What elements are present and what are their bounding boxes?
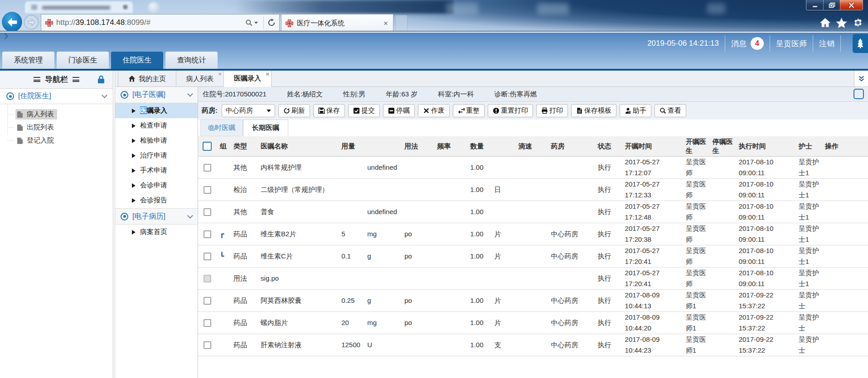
toolbar-button[interactable]: 保存 [313, 104, 345, 117]
document-tab[interactable]: 病人列表 × [176, 71, 224, 87]
frequency-cell [433, 223, 466, 245]
row-checkbox[interactable] [204, 297, 211, 305]
exec-time-cell: 2017-09-22 15:37:22 [735, 311, 795, 334]
usage-cell [401, 267, 433, 289]
toolbar-button[interactable]: 重置打印 [488, 104, 533, 117]
home-icon[interactable] [819, 17, 831, 29]
search-icon[interactable] [245, 19, 253, 27]
menu-item[interactable]: 医嘱录入 [115, 103, 198, 118]
browser-tab[interactable]: 医疗一体化系统 × [281, 14, 393, 32]
row-checkbox[interactable] [204, 164, 211, 172]
menu-item[interactable]: 会诊申请 [115, 178, 198, 193]
order-row: 检治 二级护理（常规护理） 1.00 日 [198, 178, 868, 201]
order-type-tab[interactable]: 长期医嘱 [243, 120, 288, 136]
document-tab[interactable]: 我的主页 [118, 71, 176, 87]
notification-tree-button[interactable] [853, 34, 868, 53]
start-doctor-cell: 呈贡医师 [682, 156, 709, 178]
start-doctor-cell: 呈贡医师 [682, 245, 709, 267]
sidebar-tree-item[interactable]: 出院列表 [0, 121, 113, 134]
row-checkbox[interactable] [204, 253, 211, 260]
start-time-cell: 2017-05-27 17:20:41 [621, 267, 682, 289]
toolbar-button[interactable]: 刷新 [278, 104, 310, 117]
main-nav-tab[interactable]: 住院医生 [111, 52, 163, 69]
row-checkbox[interactable] [204, 341, 211, 349]
menu-item[interactable]: 会诊报告 [115, 193, 198, 208]
nurse-cell: 呈贡护士 [795, 334, 821, 356]
triangle-right-icon [132, 183, 136, 188]
pharmacy-select[interactable]: 中心药房 [222, 104, 275, 117]
address-dropdown-icon[interactable] [254, 22, 258, 24]
toolbar-button[interactable]: 查看 [655, 104, 686, 117]
patient-bar-checkbox[interactable] [853, 89, 864, 99]
toolbar-button[interactable]: 提交 [348, 104, 380, 117]
toolbar-button-icon [283, 107, 290, 114]
restore-button[interactable] [823, 0, 840, 10]
quantity-unit-cell: 片 [490, 289, 514, 311]
toolbar-button[interactable]: 打印 [536, 104, 568, 117]
column-header: 用法 [401, 136, 433, 156]
forward-button[interactable] [24, 15, 39, 29]
menu-section-label: [电子病历] [132, 212, 188, 221]
menu-item[interactable]: 手术申请 [115, 163, 198, 178]
menu-item[interactable]: 治疗申请 [115, 148, 198, 163]
row-checkbox[interactable] [204, 275, 211, 282]
toolbar-button[interactable]: 助手 [620, 104, 651, 117]
header-separator [770, 35, 770, 52]
current-user[interactable]: 呈贡医师 [776, 38, 807, 49]
row-checkbox[interactable] [204, 230, 211, 238]
sidebar-tree-item[interactable]: 登记入院 [0, 134, 113, 147]
toolbar-button[interactable]: 停嘱 [383, 104, 415, 117]
order-name-cell: 阿莫西林胶囊 [257, 289, 338, 311]
menu-item[interactable]: 检查申请 [115, 118, 198, 133]
tab-overflow-button[interactable] [854, 71, 868, 87]
url-text[interactable]: http://39.108.174.48:8099/# [56, 18, 245, 27]
main-nav-tab[interactable]: 查询统计 [165, 52, 218, 69]
address-bar[interactable]: http://39.108.174.48:8099/# [41, 14, 280, 31]
order-row: 其他 普食 undefined 1.00 [198, 201, 868, 223]
menu-icon [34, 77, 40, 82]
nurse-cell: 呈贡护士1 [795, 223, 821, 245]
column-header: 组 [216, 136, 230, 156]
logout-link[interactable]: 注销 [819, 38, 834, 49]
settings-gear-icon[interactable] [852, 17, 864, 29]
app-body: 导航栏 [住院医生] 病人列表 [0, 71, 868, 378]
menu-section[interactable]: [电子医嘱] [115, 87, 198, 103]
drip-rate-cell [514, 178, 547, 201]
close-button[interactable] [840, 0, 863, 10]
row-checkbox[interactable] [204, 319, 211, 327]
minimize-button[interactable] [806, 0, 823, 10]
tab-close-icon[interactable]: × [218, 71, 222, 77]
column-header [364, 136, 401, 156]
favorites-star-icon[interactable] [835, 17, 848, 29]
document-tab[interactable]: 医嘱录入 × [224, 71, 272, 87]
patient-info-bar: 住院号:20170500021姓名:杨绍文性别:男年龄:63 岁科室:内一科诊断… [198, 87, 868, 102]
new-tab-button[interactable] [395, 15, 407, 32]
refresh-page-icon[interactable] [267, 19, 276, 27]
sidebar-section[interactable]: [住院医生] [0, 89, 113, 104]
main-nav-tab[interactable]: 门诊医生 [57, 52, 109, 69]
column-header: 药房 [547, 136, 594, 156]
lock-icon[interactable] [97, 75, 105, 84]
menu-section[interactable]: [电子病历] [115, 208, 198, 225]
sidebar-title: 导航栏 [45, 74, 68, 85]
row-checkbox[interactable] [204, 186, 211, 194]
main-nav-tab[interactable]: 系统管理 [2, 52, 54, 69]
toolbar-button[interactable]: 保存模板 [571, 104, 616, 117]
tab-close-icon[interactable]: × [382, 19, 389, 27]
quantity-unit-cell: 片 [490, 223, 514, 245]
toolbar-button[interactable]: 重整 [453, 104, 485, 117]
row-checkbox[interactable] [204, 208, 211, 216]
menu-item[interactable]: 病案首页 [115, 225, 198, 239]
section-bullseye-icon [121, 91, 128, 99]
menu-item[interactable]: 检验申请 [115, 133, 198, 148]
order-type-tab[interactable]: 临时医嘱 [200, 120, 243, 136]
tab-close-icon[interactable]: × [266, 71, 269, 77]
messages-link[interactable]: 消息 4 [731, 37, 764, 50]
menu-icon [73, 77, 79, 82]
order-row: 药品 螺内脂片 20 mg po 1.00 片 [198, 311, 868, 334]
sidebar-tree-item[interactable]: 病人列表 [0, 108, 113, 121]
select-all-checkbox[interactable] [203, 142, 212, 151]
toolbar-button-icon [458, 107, 465, 114]
back-button[interactable] [2, 12, 22, 32]
toolbar-button[interactable]: 作废 [418, 104, 450, 117]
